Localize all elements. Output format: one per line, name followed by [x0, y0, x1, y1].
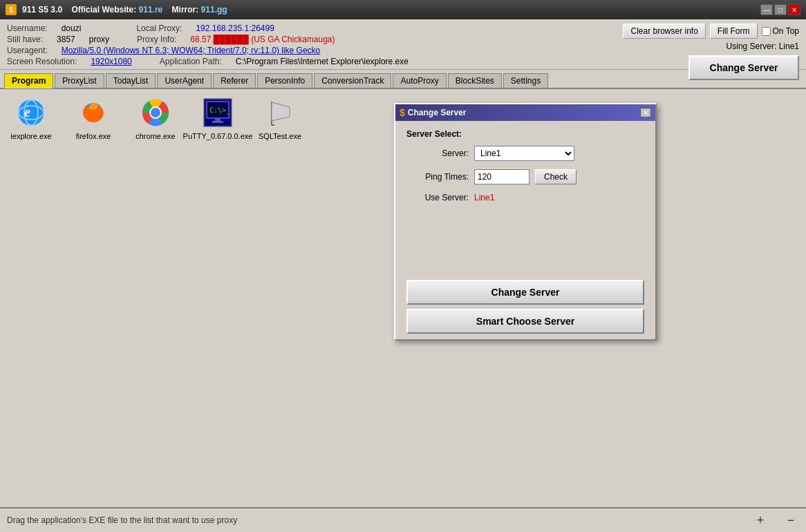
close-button[interactable]: ✕ — [788, 4, 800, 15]
minimize-button[interactable]: — — [760, 4, 773, 15]
svg-text:C:\>_: C:\>_ — [209, 106, 231, 115]
svg-text:e: e — [24, 104, 30, 120]
main-container: Username: douzi Local Proxy: 192.168.235… — [0, 19, 806, 532]
clear-browser-info-button[interactable]: Clear browser info — [623, 23, 705, 39]
dialog-smart-choose-button[interactable]: Smart Choose Server — [406, 309, 644, 334]
title-bar: $ 911 S5 3.0 Official Website: 911.re Mi… — [0, 0, 806, 19]
add-button[interactable]: + — [752, 512, 769, 529]
using-server-row: Using Server: Line1 — [727, 41, 799, 51]
local-proxy-label: Local Proxy: — [136, 23, 182, 33]
firefox-icon — [77, 96, 110, 129]
putty-icon: C:\>_ — [201, 96, 234, 129]
still-have-unit: proxy — [89, 35, 109, 44]
on-top-wrap: On Top — [762, 26, 799, 36]
change-server-main-button[interactable]: Change Server — [688, 55, 799, 80]
screen-resolution-value: 1920x1080 — [91, 57, 131, 66]
svg-point-9 — [151, 108, 160, 117]
still-have-label: Still have: — [7, 35, 43, 44]
use-server-field-row: Use Server: Line1 — [406, 193, 644, 202]
tab-settings[interactable]: Settings — [503, 73, 548, 88]
tab-personinfo[interactable]: PersonInfo — [257, 73, 312, 88]
username-label: Username: — [7, 23, 48, 33]
tab-todaylist[interactable]: TodayList — [106, 73, 156, 88]
list-item[interactable]: firefox.exe — [69, 96, 118, 140]
server-select[interactable]: Line1 Line2 — [474, 146, 574, 161]
app-icon: $ — [6, 4, 17, 15]
status-bar: Drag the application's EXE file to the l… — [0, 507, 806, 532]
list-item[interactable]: e iexplore.exe — [7, 96, 55, 140]
ping-times-label: Ping Times: — [406, 172, 469, 182]
app-title: 911 S5 3.0 Official Website: 911.re Mirr… — [22, 5, 755, 15]
screen-resolution-label: Screen Resolution: — [7, 57, 77, 66]
check-button[interactable]: Check — [535, 169, 577, 184]
window-controls: — □ ✕ — [760, 4, 800, 15]
tab-conversiontrack[interactable]: ConversionTrack — [314, 73, 391, 88]
ping-times-field-row: Ping Times: Check — [406, 169, 644, 184]
on-top-checkbox[interactable] — [762, 27, 771, 36]
tab-program[interactable]: Program — [4, 73, 53, 88]
chrome-icon — [139, 96, 172, 129]
using-server-value: Line1 — [779, 41, 799, 51]
app-path-value: C:\Program Files\Internet Explorer\iexpl… — [236, 57, 409, 66]
program-label: chrome.exe — [135, 132, 175, 140]
username-value: douzi — [62, 23, 82, 33]
content-area: e iexplore.exe firefox.exe — [0, 89, 806, 507]
program-label: PuTTY_0.67.0.0.exe — [183, 132, 253, 140]
use-server-value: Line1 — [474, 193, 494, 202]
ie-icon: e — [15, 96, 48, 129]
local-proxy-value: 192.168.235.1:26499 — [196, 23, 274, 33]
useragent-value[interactable]: Mozilla/5.0 (Windows NT 6.3; WOW64; Trid… — [62, 46, 321, 55]
still-have-count: 3857 — [57, 35, 75, 44]
program-label: iexplore.exe — [10, 132, 51, 140]
proxy-info-label: Proxy Info: — [137, 35, 176, 44]
svg-rect-15 — [215, 118, 221, 121]
ping-times-input[interactable] — [474, 169, 529, 184]
restore-button[interactable]: □ — [774, 4, 787, 15]
on-top-label: On Top — [773, 26, 799, 36]
dialog-content: Server Select: Server: Line1 Line2 Ping … — [395, 121, 655, 274]
dialog-close-button[interactable]: ✕ — [640, 108, 651, 117]
server-field-row: Server: Line1 Line2 — [406, 146, 644, 161]
dialog-title-bar: $ Change Server ✕ — [395, 104, 655, 121]
tab-blocksites[interactable]: BlockSites — [448, 73, 502, 88]
sqltest-icon — [263, 96, 297, 129]
list-item[interactable]: SQLTest.exe — [256, 96, 304, 140]
change-server-dialog: $ Change Server ✕ Server Select: Server:… — [394, 103, 657, 341]
app-path-label: Application Path: — [160, 57, 222, 66]
dialog-bottom-buttons: Change Server Smart Choose Server — [395, 274, 655, 339]
dialog-change-server-button[interactable]: Change Server — [406, 280, 644, 305]
svg-rect-16 — [212, 121, 223, 123]
useragent-label: Useragent: — [7, 46, 48, 55]
tab-autoproxy[interactable]: AutoProxy — [393, 73, 446, 88]
list-item[interactable]: C:\>_ PuTTY_0.67.0.0.exe — [194, 96, 242, 140]
proxy-info-value: 68.57.██████ (US GA Chickamauga) — [190, 35, 335, 44]
server-label: Server: — [406, 149, 469, 158]
tab-useragent[interactable]: UserAgent — [157, 73, 212, 88]
tab-referer[interactable]: Referer — [213, 73, 256, 88]
info-bar: Username: douzi Local Proxy: 192.168.235… — [0, 19, 806, 70]
dialog-section-label: Server Select: — [406, 129, 644, 139]
use-server-label: Use Server: — [406, 193, 469, 202]
fill-form-button[interactable]: Fill Form — [710, 23, 758, 39]
using-server-label: Using Server: — [727, 41, 777, 51]
info-bar-right: Clear browser info Fill Form On Top Usin… — [623, 23, 799, 80]
top-buttons: Clear browser info Fill Form On Top — [623, 23, 799, 39]
program-label: SQLTest.exe — [259, 132, 301, 140]
dialog-title: $ Change Server — [400, 107, 467, 118]
program-label: firefox.exe — [76, 132, 111, 140]
remove-button[interactable]: − — [782, 512, 799, 529]
tab-proxylist[interactable]: ProxyList — [55, 73, 104, 88]
list-item[interactable]: chrome.exe — [131, 96, 180, 140]
status-text: Drag the application's EXE file to the l… — [7, 515, 738, 525]
dialog-spacer — [406, 211, 644, 266]
